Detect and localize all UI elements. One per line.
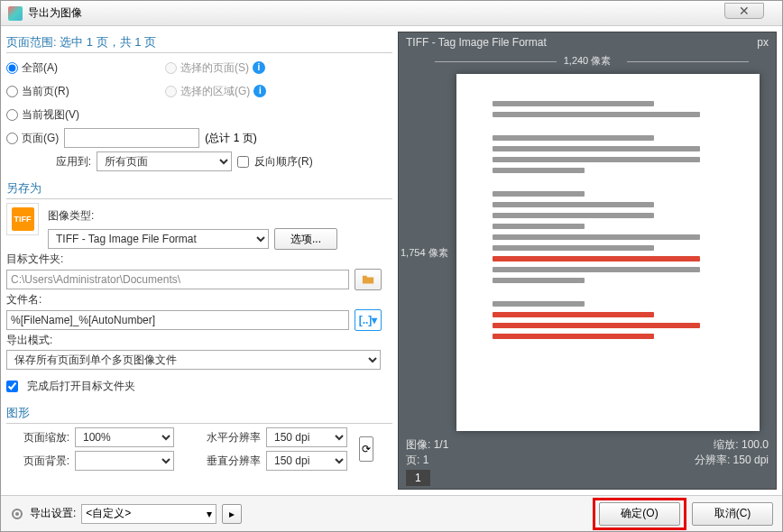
shape-heading: 图形 <box>6 402 392 424</box>
macro-button[interactable]: [..]▾ <box>355 309 382 331</box>
lock-icon[interactable]: ⟳ <box>359 436 373 462</box>
dest-folder-label: 目标文件夹: <box>6 250 392 269</box>
browse-button[interactable] <box>355 269 382 290</box>
preview-page <box>456 74 760 431</box>
radio-all[interactable] <box>6 62 18 74</box>
zoom-select[interactable]: 100% <box>75 427 174 447</box>
preview-unit: px <box>757 36 769 49</box>
shape-section: 图形 页面缩放: 100% 水平分辨率 150 dpi ⟳ 页面背景: 垂直分辨… <box>6 402 392 471</box>
hres-label: 水平分辨率 <box>180 430 261 445</box>
settings-more-button[interactable]: ▸ <box>222 504 242 524</box>
bg-select[interactable] <box>75 451 174 471</box>
page-range-section: 页面范围: 选中 1 页，共 1 页 全部(A) 选择的页面(S) i 当前页(… <box>6 32 392 172</box>
page-range-heading: 页面范围: 选中 1 页，共 1 页 <box>6 32 392 53</box>
radio-pages[interactable] <box>6 133 18 144</box>
filename-input[interactable] <box>6 310 349 330</box>
export-mode-label: 导出模式: <box>6 331 392 350</box>
apply-to-select[interactable]: 所有页面 <box>97 151 232 171</box>
vres-select[interactable]: 150 dpi <box>266 451 347 471</box>
ruler-horizontal: 1,240 像素 <box>399 52 776 70</box>
tiff-icon: TIFF <box>6 203 39 235</box>
bottom-bar: 导出设置: <自定义>▾ ▸ 确定(O) 取消(C) <box>1 495 782 531</box>
page-tab[interactable]: 1 <box>406 470 430 486</box>
filename-label: 文件名: <box>6 290 392 309</box>
preview-format: TIFF - Tag Image File Format <box>406 36 547 49</box>
ok-button[interactable]: 确定(O) <box>599 502 680 526</box>
save-as-heading: 另存为 <box>6 178 392 199</box>
open-after-checkbox[interactable] <box>6 381 18 392</box>
info-icon[interactable]: i <box>253 85 266 97</box>
cancel-button[interactable]: 取消(C) <box>692 502 773 526</box>
image-type-select[interactable]: TIFF - Tag Image File Format <box>48 229 269 249</box>
export-mode-select[interactable]: 保存所有页面到单个多页图像文件 <box>6 350 381 370</box>
pages-input[interactable] <box>64 128 199 148</box>
zoom-label: 页面缩放: <box>6 430 69 445</box>
radio-current-view[interactable] <box>6 109 18 121</box>
ok-highlight: 确定(O) <box>593 498 686 530</box>
ruler-vertical: 1,754 像素 <box>399 70 453 435</box>
pages-total-label: (总计 1 页) <box>205 127 256 149</box>
export-settings-select[interactable]: <自定义>▾ <box>81 504 216 524</box>
preview-footer: 图像: 1/1缩放: 100.0 页: 1分辨率: 150 dpi 1 <box>399 435 776 489</box>
dest-folder-input[interactable] <box>6 270 349 289</box>
titlebar: 导出为图像 ✕ <box>1 1 782 26</box>
options-button[interactable]: 选项... <box>274 228 337 250</box>
bg-label: 页面背景: <box>6 454 69 469</box>
radio-current-page[interactable] <box>6 86 18 97</box>
gear-icon <box>10 507 24 521</box>
info-icon[interactable]: i <box>253 61 265 74</box>
reverse-checkbox[interactable] <box>237 156 249 168</box>
image-type-label: 图像类型: <box>48 203 392 228</box>
app-icon <box>8 6 23 21</box>
close-button[interactable]: ✕ <box>724 3 764 19</box>
preview-panel: TIFF - Tag Image File Format px 1,240 像素… <box>398 32 777 490</box>
window-title: 导出为图像 <box>28 5 82 21</box>
save-as-section: 另存为 TIFF 图像类型: TIFF - Tag Image File For… <box>6 178 392 397</box>
vres-label: 垂直分辨率 <box>180 454 261 469</box>
apply-to-label: 应用到: <box>6 151 91 172</box>
hres-select[interactable]: 150 dpi <box>266 427 347 447</box>
radio-selected-area <box>165 86 177 97</box>
svg-point-1 <box>15 512 19 516</box>
radio-selected-pages <box>165 62 177 74</box>
export-settings-label: 导出设置: <box>30 506 76 521</box>
